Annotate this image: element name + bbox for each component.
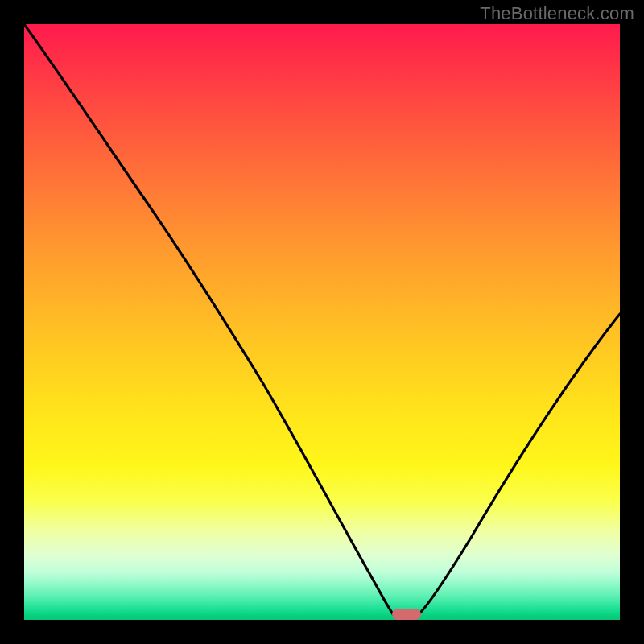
bottleneck-curve-path: [24, 24, 620, 615]
chart-frame: TheBottleneck.com: [0, 0, 644, 644]
watermark-text: TheBottleneck.com: [480, 3, 634, 24]
plot-area: [24, 24, 620, 620]
bottleneck-curve-svg: [24, 24, 620, 620]
optimum-marker: [392, 609, 421, 620]
